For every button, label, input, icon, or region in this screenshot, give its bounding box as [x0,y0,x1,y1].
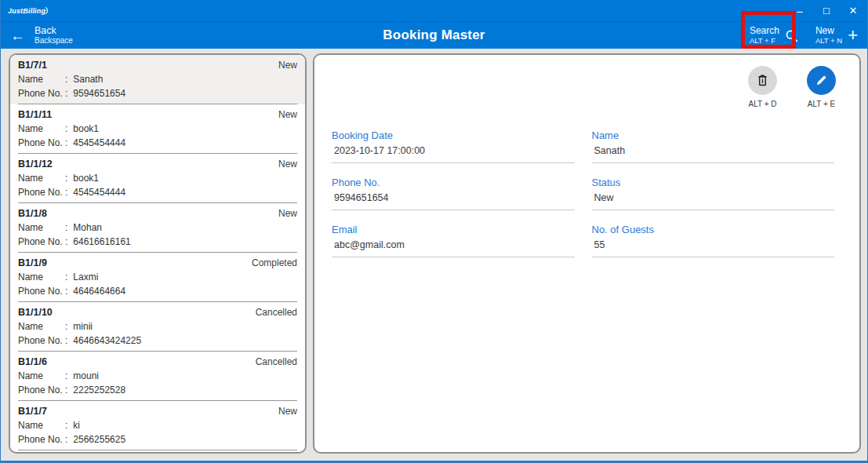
new-button[interactable]: New ALT + N + [812,24,861,47]
booking-id: B1/7/1 [18,59,47,71]
booking-name: ki [73,420,80,431]
separator: : [65,88,67,99]
detail-actions: ALT + D ALT + E [748,66,836,108]
booking-name: book1 [73,173,99,184]
detail-field[interactable]: Name Sanath [592,129,835,163]
search-label: Search [750,26,779,36]
booking-phone: 4545454444 [73,187,125,198]
trash-icon [755,73,770,88]
separator: : [65,286,67,297]
list-item[interactable]: B1/7/1 New Name:Sanath Phone No.:9594651… [10,55,305,104]
separator: : [65,434,67,445]
command-bar-right: Search ALT + F New ALT + N + [746,22,861,49]
field-label: No. of Guests [592,224,835,236]
booking-status-badge: New [278,207,297,220]
close-button[interactable]: ✕ [845,0,861,22]
back-arrow-icon: ← [10,28,25,43]
booking-id: B1/1/9 [18,257,47,269]
list-item[interactable]: B1/1/6 Cancelled Name:mouni Phone No.:22… [10,352,305,401]
new-shortcut: ALT + N [815,36,842,46]
edit-button-circle [807,66,836,95]
booking-id: B1/1/8 [18,207,47,220]
detail-field[interactable]: Phone No. 9594651654 [332,177,575,210]
list-item[interactable]: B1/1/11 New Name:book1 Phone No.:4545454… [10,104,305,154]
separator: : [65,137,67,148]
detail-field[interactable]: Email abc@gmail.com [332,224,575,257]
name-label: Name [18,122,65,135]
phone-label: Phone No. [18,87,65,100]
logo-swoosh-icon: ) [45,5,49,14]
booking-phone: 4646464664 [73,286,125,297]
booking-status-badge: Cancelled [256,355,297,368]
search-button[interactable]: Search ALT + F [746,24,801,47]
separator: : [65,173,67,184]
detail-fields: Booking Date 2023-10-17 17:00:00 Name Sa… [332,129,834,271]
booking-id: B1/1/7 [18,405,47,417]
search-shortcut: ALT + F [750,36,779,46]
app-window: JustBilling) – ☐ ✕ ← Back Backspace Book… [0,0,868,463]
booking-list-panel: B1/7/1 New Name:Sanath Phone No.:9594651… [9,53,307,454]
booking-name: Laxmi [73,272,98,283]
field-label: Name [592,129,835,142]
list-item[interactable]: B1/1/7 New Name:ki Phone No.:2566255625 [10,401,305,450]
separator: : [65,74,67,85]
list-item[interactable]: B1/1/10 Cancelled Name:minii Phone No.:4… [10,302,305,352]
list-item[interactable]: B1/1/12 New Name:book1 Phone No.:4545454… [10,154,305,203]
separator: : [65,222,67,233]
search-icon [785,29,798,42]
back-button[interactable]: ← Back Backspace [10,25,73,46]
phone-label: Phone No. [18,186,65,199]
booking-id: B1/1/11 [18,108,52,121]
command-bar: ← Back Backspace Booking Master Search A… [1,22,867,49]
booking-detail-panel: ALT + D ALT + E Booking Date 2023-10-17 … [313,53,861,454]
booking-list: B1/7/1 New Name:Sanath Phone No.:9594651… [10,55,305,450]
name-label: Name [18,73,65,86]
phone-label: Phone No. [18,285,65,297]
edit-button[interactable]: ALT + E [807,66,836,108]
phone-label: Phone No. [18,384,65,396]
booking-status-badge: Cancelled [256,306,297,319]
new-label: New [815,26,842,36]
list-item[interactable]: B1/1/8 New Name:Mohan Phone No.:64616616… [10,203,305,253]
detail-field[interactable]: Booking Date 2023-10-17 17:00:00 [332,129,575,163]
back-label: Back [35,25,73,36]
booking-name: Sanath [73,74,103,85]
separator: : [65,123,67,134]
window-controls: – ☐ ✕ [792,0,861,22]
field-value: abc@gmail.com [332,239,575,251]
field-value: 2023-10-17 17:00:00 [332,144,575,157]
booking-phone: 4545454444 [73,137,125,148]
detail-field[interactable]: Status New [592,177,835,210]
list-item[interactable]: B1/1/9 Completed Name:Laxmi Phone No.:46… [10,253,305,302]
content-area: B1/7/1 New Name:Sanath Phone No.:9594651… [1,53,867,454]
separator: : [65,187,67,198]
field-value: 9594651654 [332,191,575,204]
booking-id: B1/1/12 [18,158,53,170]
phone-label: Phone No. [18,235,65,248]
booking-name: minii [73,321,93,332]
phone-label: Phone No. [18,433,65,446]
booking-status-badge: New [278,158,297,170]
separator: : [65,272,67,283]
field-value: Sanath [592,144,835,157]
maximize-button[interactable]: ☐ [819,0,834,22]
field-label: Phone No. [332,177,575,189]
phone-label: Phone No. [18,334,65,347]
separator: : [65,321,67,332]
detail-field[interactable]: No. of Guests 55 [592,224,835,257]
booking-status-badge: New [278,405,297,417]
field-label: Status [592,177,835,189]
delete-shortcut: ALT + D [748,100,776,108]
pencil-icon [815,74,828,87]
minimize-button[interactable]: – [792,0,808,22]
separator: : [65,335,67,346]
booking-id: B1/1/10 [18,306,53,319]
plus-icon: + [848,27,858,43]
separator: : [65,385,67,396]
delete-button[interactable]: ALT + D [748,66,777,108]
page-title: Booking Master [1,27,867,43]
name-label: Name [18,370,65,382]
name-label: Name [18,419,65,432]
field-value: New [592,191,835,204]
delete-button-circle [748,66,777,95]
